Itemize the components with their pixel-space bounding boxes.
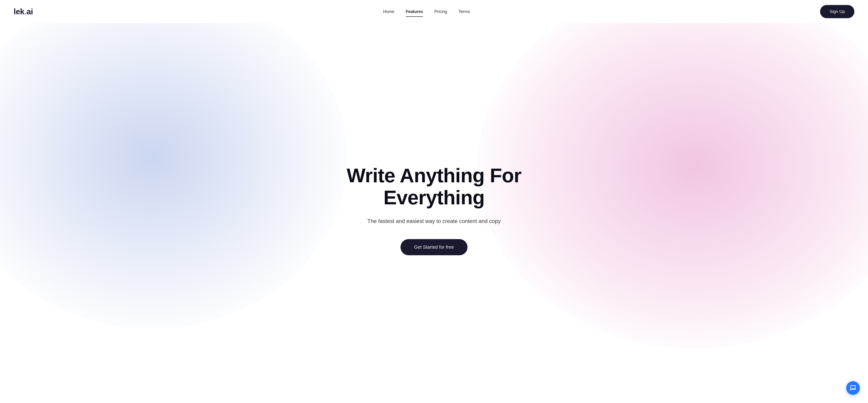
nav-link-terms[interactable]: Terms [459,9,470,14]
logo[interactable]: lek.ai [13,7,33,16]
nav-item-home[interactable]: Home [383,9,394,14]
hero-section: Write Anything For Everything The fastes… [0,23,868,403]
nav-item-terms[interactable]: Terms [459,9,470,14]
logo-text-after: ai [27,7,33,16]
chat-bubble[interactable] [846,381,860,395]
hero-content: Write Anything For Everything The fastes… [347,165,521,255]
nav-item-pricing[interactable]: Pricing [434,9,447,14]
hero-subtitle: The fastest and easiest way to create co… [347,217,521,226]
nav-item-features[interactable]: Features [406,9,423,14]
nav-link-pricing[interactable]: Pricing [434,9,447,14]
nav-links: Home Features Pricing Terms [383,9,470,14]
hero-title-line1: Write Anything For [347,164,521,186]
logo-dot: . [24,7,26,16]
hero-title: Write Anything For Everything [347,165,521,209]
signup-button[interactable]: Sign Up [820,5,855,18]
nav-link-features[interactable]: Features [406,9,423,14]
nav-link-home[interactable]: Home [383,9,394,14]
hero-title-line2: Everything [383,186,485,209]
chat-icon [850,385,856,391]
navbar: lek.ai Home Features Pricing Terms Sign … [0,0,868,23]
logo-text-before: lek [13,7,24,16]
get-started-button[interactable]: Get Started for free [401,239,467,255]
